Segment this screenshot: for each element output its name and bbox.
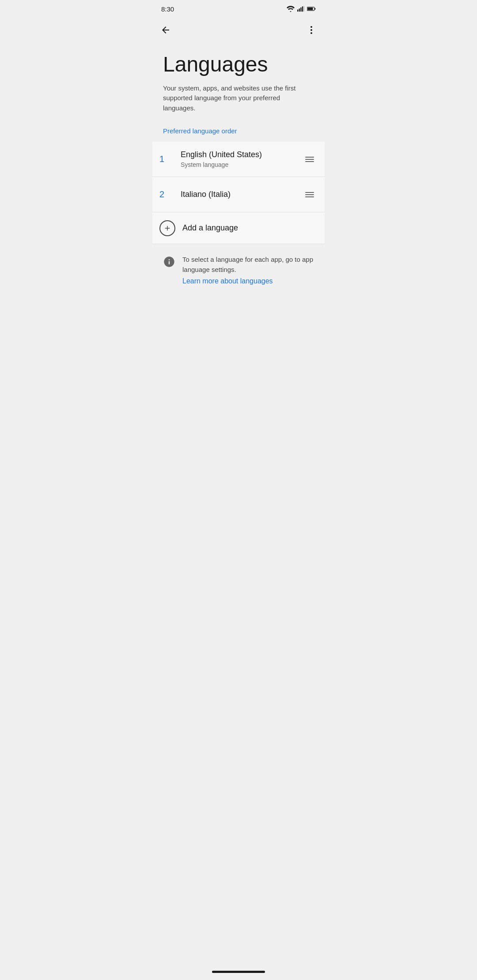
- status-bar: 8:30: [152, 0, 325, 18]
- drag-handle-line: [305, 194, 314, 195]
- drag-handle-line: [305, 161, 314, 162]
- drag-handle-line: [305, 159, 314, 160]
- status-time: 8:30: [161, 5, 174, 13]
- add-language-item[interactable]: Add a language: [152, 212, 325, 244]
- drag-handle-1[interactable]: [302, 153, 318, 166]
- svg-point-9: [310, 29, 312, 31]
- info-icon: [163, 256, 175, 270]
- svg-rect-1: [299, 8, 300, 11]
- page-title: Languages: [152, 42, 325, 83]
- info-content: To select a language for each app, go to…: [182, 255, 314, 285]
- svg-rect-3: [302, 6, 303, 11]
- preferred-language-order-header[interactable]: Preferred language order: [152, 124, 325, 142]
- language-number-1: 1: [159, 154, 177, 164]
- toolbar: [152, 18, 325, 42]
- info-section: To select a language for each app, go to…: [152, 244, 325, 292]
- learn-more-link[interactable]: Learn more about languages: [182, 277, 314, 285]
- language-name-2: Italiano (Italia): [181, 190, 298, 199]
- language-info-2: Italiano (Italia): [177, 183, 302, 206]
- svg-point-10: [310, 32, 312, 34]
- language-name-1: English (United States): [181, 150, 298, 159]
- svg-rect-0: [297, 10, 298, 12]
- drag-handle-2[interactable]: [302, 188, 318, 201]
- svg-rect-7: [307, 8, 313, 10]
- language-info-1: English (United States) System language: [177, 143, 302, 175]
- wifi-icon: [287, 6, 295, 12]
- back-icon: [160, 25, 171, 35]
- more-options-button[interactable]: [302, 20, 321, 40]
- drag-handle-line: [305, 157, 314, 158]
- battery-icon: [307, 6, 316, 11]
- status-icons: [287, 6, 316, 12]
- drag-handle-line: [305, 196, 314, 197]
- language-item-2[interactable]: 2 Italiano (Italia): [152, 177, 325, 212]
- page-description: Your system, apps, and websites use the …: [152, 83, 325, 124]
- svg-rect-4: [303, 6, 304, 12]
- add-language-label: Add a language: [182, 223, 238, 233]
- drag-handle-line: [305, 192, 314, 193]
- language-number-2: 2: [159, 189, 177, 200]
- signal-icon: [297, 6, 304, 12]
- info-circle-icon: [163, 256, 175, 268]
- language-list: 1 English (United States) System languag…: [152, 142, 325, 244]
- svg-rect-2: [300, 8, 301, 12]
- language-subtitle-1: System language: [181, 161, 298, 168]
- language-item-1[interactable]: 1 English (United States) System languag…: [152, 142, 325, 177]
- more-options-icon: [306, 25, 317, 35]
- add-language-icon: [159, 220, 175, 236]
- svg-point-8: [310, 26, 312, 28]
- info-text: To select a language for each app, go to…: [182, 256, 313, 273]
- plus-icon: [163, 224, 171, 232]
- svg-rect-6: [314, 8, 315, 10]
- back-button[interactable]: [156, 20, 175, 40]
